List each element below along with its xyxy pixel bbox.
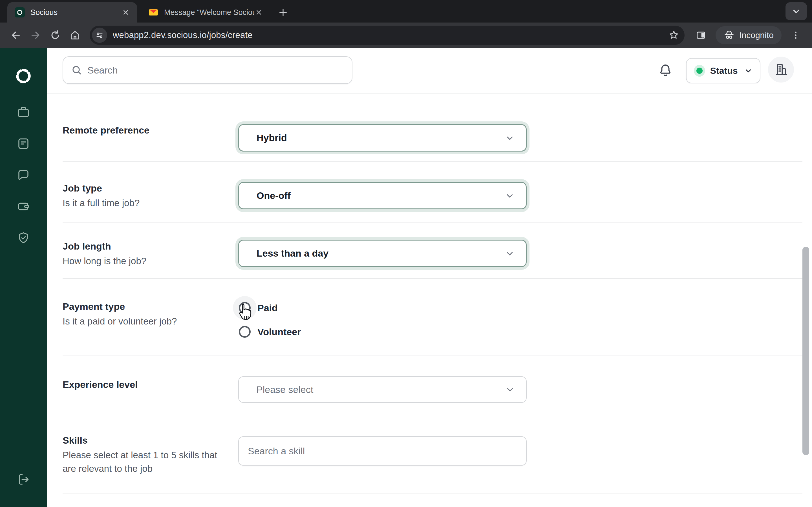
row-divider [63,493,802,494]
sidebar-item-wallet[interactable] [17,200,30,213]
incognito-badge[interactable]: Incognito [716,26,781,44]
job-type-select[interactable]: One-off [238,182,527,209]
incognito-label: Incognito [739,31,774,40]
tab-title: Socious [31,8,121,17]
sidebar-item-verification[interactable] [17,231,30,245]
row-divider [63,161,802,162]
sidebar-item-documents[interactable] [17,137,30,151]
status-label: Status [710,66,738,76]
tab-separator [271,7,271,17]
radio-label-paid[interactable]: Paid [257,302,278,314]
sidebar-item-jobs[interactable] [17,105,30,119]
chevron-down-icon [505,249,515,258]
experience-level-placeholder: Please select [256,384,505,395]
search-input[interactable] [87,65,344,76]
close-tab-icon[interactable] [254,7,264,17]
row-divider [63,222,802,223]
document-icon [17,137,30,151]
chevron-down-icon [505,385,515,394]
skills-search-input[interactable] [238,436,527,466]
wallet-icon [17,200,30,213]
tab-message[interactable]: Message “Welcome Socious” [141,2,270,22]
organization-icon [774,62,788,77]
new-tab-icon[interactable] [275,4,291,20]
row-divider [63,278,802,279]
row-divider [63,413,802,413]
job-type-value: One-off [257,190,505,201]
tab-title: Message “Welcome Socious” [164,8,254,17]
shield-check-icon [17,231,30,245]
site-settings-icon[interactable] [92,27,107,43]
remote-preference-select[interactable]: Hybrid [238,124,527,152]
reload-icon[interactable] [46,26,64,44]
field-label-job-length: Job length How long is the job? [63,240,222,268]
page-scrollbar[interactable] [802,247,809,455]
job-length-value: Less than a day [257,248,505,259]
notifications-button[interactable] [658,62,673,78]
search-icon [71,64,82,76]
status-dropdown[interactable]: Status [686,58,760,83]
header-divider [47,93,812,94]
forward-icon[interactable] [27,26,45,44]
row-divider [63,355,802,355]
tab-search-icon[interactable] [785,2,807,20]
kebab-menu-icon[interactable] [786,26,805,44]
field-label-payment-type: Payment type Is it a paid or volunteer j… [63,301,222,328]
browser-toolbar: webapp2.dev.socious.io/jobs/create Incog… [0,22,812,48]
chat-icon [17,168,30,182]
bookmark-star-icon[interactable] [668,30,679,41]
sidebar [0,48,47,507]
browser-tab-strip: Socious Message “Welcome Socious” [0,0,812,22]
logout-icon[interactable] [17,473,30,486]
bell-icon [658,63,673,78]
address-bar[interactable]: webapp2.dev.socious.io/jobs/create [90,25,684,45]
radio-volunteer[interactable] [239,326,251,338]
mail-favicon-icon [148,7,158,17]
field-label-remote-preference: Remote preference [63,124,222,136]
back-icon[interactable] [7,26,25,44]
url-text[interactable]: webapp2.dev.socious.io/jobs/create [113,30,668,40]
chevron-down-icon [744,66,753,75]
incognito-icon [723,30,735,41]
chevron-down-icon [505,191,515,201]
home-icon[interactable] [66,26,84,44]
organization-avatar[interactable] [768,57,794,82]
remote-preference-value: Hybrid [257,132,505,144]
field-label-job-type: Job type Is it a full time job? [63,182,222,210]
radio-label-volunteer[interactable]: Volunteer [257,327,301,337]
side-panel-icon[interactable] [692,26,710,44]
close-tab-icon[interactable] [121,7,131,17]
briefcase-icon [17,105,30,119]
global-search[interactable] [63,56,352,84]
sidebar-item-messages[interactable] [17,168,30,182]
status-dot [694,65,705,76]
experience-level-select[interactable]: Please select [238,376,527,403]
field-label-skills: Skills Please select at least 1 to 5 ski… [63,435,222,475]
socious-logo[interactable] [14,66,33,86]
tab-socious[interactable]: Socious [7,2,137,22]
chevron-down-icon [505,133,515,143]
job-length-select[interactable]: Less than a day [238,240,527,267]
hand-cursor [237,303,253,322]
field-label-experience-level: Experience level [63,379,222,390]
socious-favicon-icon [15,7,25,17]
main-content: Status Remote preference Hybrid Job type… [47,48,812,507]
